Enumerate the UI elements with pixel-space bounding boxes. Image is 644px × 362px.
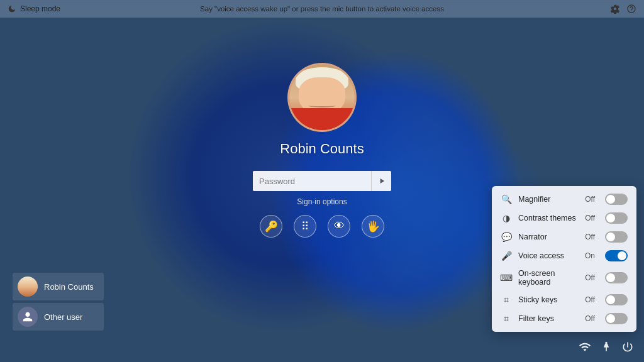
face-signin-button[interactable]: 👁 <box>328 215 350 238</box>
sleep-mode-area[interactable]: Sleep mode <box>8 4 60 13</box>
filter-toggle[interactable] <box>605 313 628 324</box>
filter-status: Off <box>585 314 595 323</box>
arrow-icon <box>377 177 386 185</box>
magnifier-label: Magnifier <box>518 195 579 204</box>
sticky-status: Off <box>585 295 595 304</box>
accessibility-bottom-icon[interactable] <box>600 341 613 356</box>
user-item-robin[interactable]: Robin Counts <box>13 273 104 300</box>
sign-in-icon-row: 🔑 ⠿ 👁 🖐 <box>260 215 384 238</box>
acc-keyboard-row: ⌨ On-screen keyboard Off <box>492 265 636 290</box>
narrator-icon: 💬 <box>501 231 512 243</box>
sticky-icon: ⌗ <box>501 294 512 305</box>
sign-in-options-link[interactable]: Sign-in options <box>297 197 347 206</box>
magnifier-status: Off <box>585 195 595 204</box>
top-bar-actions <box>610 4 636 14</box>
robin-name: Robin Counts <box>44 282 94 292</box>
top-bar: Sleep mode Say "voice access wake up" or… <box>0 0 644 18</box>
acc-contrast-row: ◑ Contrast themes Off <box>492 209 636 228</box>
narrator-label: Narrator <box>518 233 579 241</box>
contrast-label: Contrast themes <box>518 214 579 222</box>
acc-sticky-row: ⌗ Sticky keys Off <box>492 290 636 309</box>
contrast-toggle[interactable] <box>605 212 628 224</box>
other-user-avatar <box>18 307 38 327</box>
keyboard-icon: ⌨ <box>501 272 512 283</box>
acc-voice-row: 🎤 Voice access On <box>492 246 636 265</box>
narrator-status: Off <box>585 233 595 241</box>
magnifier-toggle[interactable] <box>605 194 628 205</box>
user-display-name: Robin Counts <box>280 141 364 157</box>
contrast-status: Off <box>585 214 595 222</box>
acc-magnifier-row: 🔍 Magnifier Off <box>492 190 636 209</box>
voice-hint: Say "voice access wake up" or press the … <box>200 5 444 13</box>
sleep-icon <box>8 4 16 13</box>
keyboard-toggle[interactable] <box>605 272 628 283</box>
user-avatar <box>287 63 357 132</box>
voice-status: On <box>585 251 595 260</box>
sticky-toggle[interactable] <box>605 294 628 305</box>
acc-filter-row: ⌗ Filter keys Off <box>492 309 636 328</box>
filter-label: Filter keys <box>518 314 579 323</box>
settings-icon[interactable] <box>610 4 620 14</box>
fingerprint-signin-button[interactable]: 🖐 <box>362 215 384 238</box>
keyboard-label: On-screen keyboard <box>518 269 579 287</box>
pin-signin-button[interactable]: ⠿ <box>294 215 316 238</box>
keyboard-status: Off <box>585 273 595 282</box>
password-row <box>253 171 391 191</box>
power-icon[interactable] <box>621 341 634 356</box>
voice-toggle[interactable] <box>605 250 628 261</box>
accessibility-panel: 🔍 Magnifier Off ◑ Contrast themes Off 💬 … <box>492 186 636 332</box>
key-signin-button[interactable]: 🔑 <box>260 215 282 238</box>
acc-narrator-row: 💬 Narrator Off <box>492 228 636 246</box>
voice-icon: 🎤 <box>501 250 512 261</box>
login-area: Robin Counts Sign-in options 🔑 ⠿ 👁 🖐 <box>253 63 391 238</box>
narrator-toggle[interactable] <box>605 231 628 243</box>
robin-avatar-small <box>18 277 38 297</box>
contrast-icon: ◑ <box>501 212 512 224</box>
user-list: Robin Counts Other user <box>13 273 104 331</box>
other-user-name: Other user <box>44 312 82 322</box>
user-item-other[interactable]: Other user <box>13 303 104 331</box>
filter-icon: ⌗ <box>501 313 512 324</box>
sleep-label: Sleep mode <box>20 4 60 13</box>
password-input[interactable] <box>253 171 371 191</box>
bottom-bar <box>0 334 644 362</box>
voice-label: Voice access <box>518 251 579 260</box>
wifi-icon[interactable] <box>579 341 591 356</box>
help-icon[interactable] <box>626 4 636 14</box>
magnifier-icon: 🔍 <box>501 194 512 205</box>
sticky-label: Sticky keys <box>518 295 579 304</box>
password-submit-button[interactable] <box>371 171 391 191</box>
